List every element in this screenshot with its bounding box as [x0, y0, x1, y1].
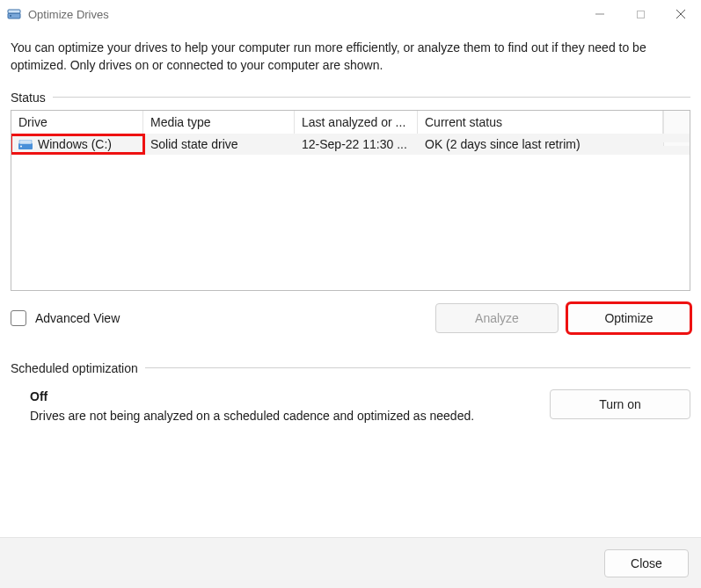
- col-header-drive[interactable]: Drive: [11, 111, 143, 134]
- optimize-button[interactable]: Optimize: [567, 303, 690, 333]
- maximize-button[interactable]: [620, 0, 661, 28]
- schedule-label-text: Scheduled optimization: [11, 361, 138, 375]
- cell-scroll-gutter: [663, 142, 690, 146]
- svg-rect-8: [19, 140, 32, 144]
- svg-point-2: [10, 15, 11, 17]
- advanced-view-label[interactable]: Advanced View: [35, 311, 120, 325]
- cell-last: 12-Sep-22 11:30 ...: [295, 135, 418, 153]
- svg-rect-4: [637, 11, 644, 18]
- divider: [53, 97, 690, 98]
- schedule-detail: Drives are not being analyzed on a sched…: [30, 409, 550, 423]
- drive-name: Windows (C:): [38, 137, 112, 151]
- titlebar: Optimize Drives: [0, 0, 701, 28]
- schedule-state: Off: [30, 389, 550, 403]
- status-label-text: Status: [11, 91, 46, 105]
- drive-icon: [18, 139, 33, 149]
- status-section-label: Status: [11, 91, 690, 105]
- col-header-status[interactable]: Current status: [418, 111, 663, 134]
- divider: [145, 367, 690, 368]
- analyze-button[interactable]: Analyze: [435, 303, 559, 333]
- col-header-last[interactable]: Last analyzed or ...: [295, 111, 418, 134]
- svg-rect-1: [8, 10, 20, 13]
- cell-media: Solid state drive: [143, 135, 295, 153]
- table-row[interactable]: Windows (C:) Solid state drive 12-Sep-22…: [11, 134, 690, 155]
- advanced-view-checkbox[interactable]: [11, 310, 26, 326]
- close-button[interactable]: Close: [604, 549, 689, 577]
- cell-drive: Windows (C:): [11, 135, 143, 153]
- turn-on-button[interactable]: Turn on: [550, 389, 690, 419]
- close-window-button[interactable]: [661, 0, 701, 28]
- footer: Close: [0, 537, 701, 588]
- table-header: Drive Media type Last analyzed or ... Cu…: [11, 111, 690, 134]
- cell-status: OK (2 days since last retrim): [418, 135, 663, 153]
- svg-point-9: [20, 145, 22, 147]
- minimize-button[interactable]: [580, 0, 620, 28]
- col-header-media[interactable]: Media type: [143, 111, 295, 134]
- window-title: Optimize Drives: [28, 8, 109, 21]
- col-scroll-gutter: [663, 111, 690, 134]
- app-icon: [7, 7, 21, 21]
- drives-table: Drive Media type Last analyzed or ... Cu…: [11, 110, 690, 291]
- description-text: You can optimize your drives to help you…: [11, 39, 690, 75]
- schedule-section-label: Scheduled optimization: [11, 361, 690, 375]
